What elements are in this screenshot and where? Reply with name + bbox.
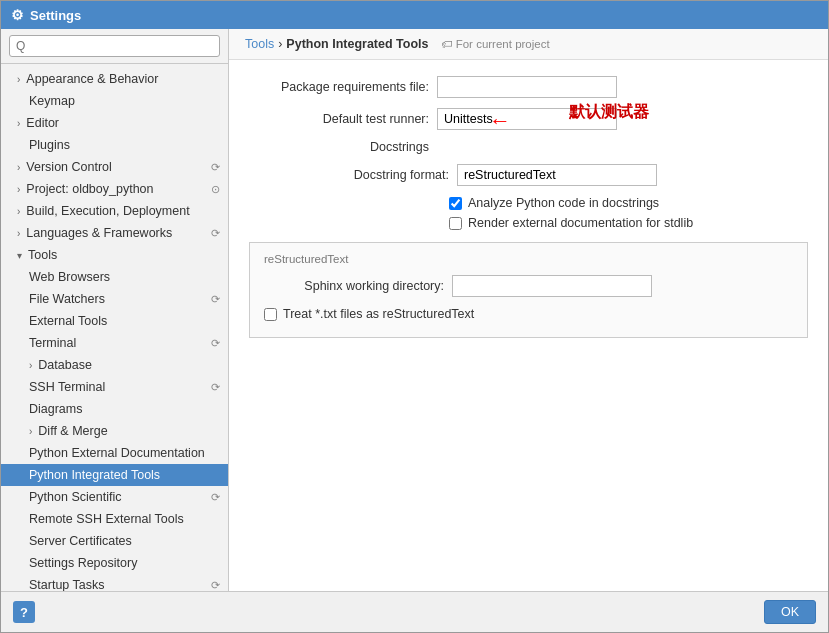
sidebar-item-label: Plugins [29,138,70,152]
startup-icon: ⟳ [211,579,220,592]
default-test-runner-row: Default test runner: 默认测试器 ← [249,108,808,130]
ok-button[interactable]: OK [764,600,816,624]
sidebar-item-label: Keymap [29,94,75,108]
footer-left: ? [13,601,35,623]
sidebar-item-build[interactable]: › Build, Execution, Deployment [1,200,228,222]
sidebar-item-database[interactable]: › Database [1,354,228,376]
default-test-runner-input[interactable] [437,108,617,130]
sidebar-item-server-certs[interactable]: Server Certificates [1,530,228,552]
content-area: Package requirements file: Default test … [229,60,828,591]
sidebar-item-startup-tasks[interactable]: Startup Tasks ⟳ [1,574,228,591]
sidebar-item-appearance[interactable]: › Appearance & Behavior [1,68,228,90]
docstring-format-row: Docstring format: [249,164,808,186]
sidebar-item-label: Server Certificates [29,534,132,548]
sidebar-item-label: Build, Execution, Deployment [26,204,189,218]
sidebar-item-label: Python External Documentation [29,446,205,460]
main-area: › Appearance & Behavior Keymap › Editor … [1,29,828,591]
sidebar-item-project[interactable]: › Project: oldboy_python ⊙ [1,178,228,200]
analyze-checkbox-row: Analyze Python code in docstrings [249,196,808,210]
terminal-icon: ⟳ [211,337,220,350]
sidebar-item-label: Diagrams [29,402,83,416]
subsection-title: reStructuredText [264,253,793,265]
sidebar-item-label: Web Browsers [29,270,110,284]
sidebar-item-settings-repo[interactable]: Settings Repository [1,552,228,574]
ssh-icon: ⟳ [211,381,220,394]
arrow-icon: › [17,206,20,217]
footer: ? OK [1,591,828,632]
lang-icon: ⟳ [211,227,220,240]
sphinx-input[interactable] [452,275,652,297]
search-input[interactable] [9,35,220,57]
render-label[interactable]: Render external documentation for stdlib [468,216,693,230]
window-icon: ⚙ [11,7,24,23]
sidebar-item-keymap[interactable]: Keymap [1,90,228,112]
arrow-icon: › [17,228,20,239]
sidebar-item-python-ext-doc[interactable]: Python External Documentation [1,442,228,464]
sidebar-item-file-watchers[interactable]: File Watchers ⟳ [1,288,228,310]
sidebar-item-external-tools[interactable]: External Tools [1,310,228,332]
docstring-format-label: Docstring format: [309,168,449,182]
render-checkbox-row: Render external documentation for stdlib [249,216,808,230]
left-panel: › Appearance & Behavior Keymap › Editor … [1,29,229,591]
arrow-icon: › [17,118,20,129]
sidebar-item-label: Tools [28,248,57,262]
sidebar-item-label: External Tools [29,314,107,328]
sidebar-item-remote-ssh[interactable]: Remote SSH External Tools [1,508,228,530]
arrow-icon: › [29,360,32,371]
sidebar-item-plugins[interactable]: Plugins [1,134,228,156]
search-box [1,29,228,64]
sidebar-item-label: Project: oldboy_python [26,182,153,196]
sidebar-item-ssh-terminal[interactable]: SSH Terminal ⟳ [1,376,228,398]
window-title: Settings [30,8,81,23]
package-req-input[interactable] [437,76,617,98]
sidebar-item-label: Python Integrated Tools [29,468,160,482]
sidebar-item-python-scientific[interactable]: Python Scientific ⟳ [1,486,228,508]
sidebar-item-diff-merge[interactable]: › Diff & Merge [1,420,228,442]
sidebar-item-label: Startup Tasks [29,578,105,591]
breadcrumb-tools[interactable]: Tools [245,37,274,51]
docstrings-label: Docstrings [249,140,429,154]
sidebar-item-languages[interactable]: › Languages & Frameworks ⟳ [1,222,228,244]
breadcrumb-current: Python Integrated Tools [286,37,428,51]
treat-txt-label[interactable]: Treat *.txt files as reStructuredText [283,307,474,321]
breadcrumb-separator: › [278,37,282,51]
docstring-format-input[interactable] [457,164,657,186]
sidebar-item-web-browsers[interactable]: Web Browsers [1,266,228,288]
sphinx-row: Sphinx working directory: [264,275,793,297]
sidebar-item-label: Python Scientific [29,490,121,504]
sidebar-item-label: Languages & Frameworks [26,226,172,240]
breadcrumb: Tools › Python Integrated Tools 🏷 For cu… [229,29,828,60]
sidebar-item-label: File Watchers [29,292,105,306]
sidebar-item-label: Editor [26,116,59,130]
treat-txt-checkbox[interactable] [264,308,277,321]
package-req-row: Package requirements file: [249,76,808,98]
analyze-label[interactable]: Analyze Python code in docstrings [468,196,659,210]
restructured-text-section: reStructuredText Sphinx working director… [249,242,808,338]
sidebar-item-terminal[interactable]: Terminal ⟳ [1,332,228,354]
sidebar-item-label: Appearance & Behavior [26,72,158,86]
sidebar-item-diagrams[interactable]: Diagrams [1,398,228,420]
analyze-checkbox[interactable] [449,197,462,210]
arrow-icon: › [29,426,32,437]
right-panel: Tools › Python Integrated Tools 🏷 For cu… [229,29,828,591]
sidebar-item-label: Diff & Merge [38,424,107,438]
docstrings-row: Docstrings [249,140,808,154]
project-icon: ⊙ [211,183,220,196]
file-icon: ⟳ [211,293,220,306]
sync-icon: ⟳ [211,161,220,174]
help-button[interactable]: ? [13,601,35,623]
sidebar-item-editor[interactable]: › Editor [1,112,228,134]
sidebar-item-python-integrated-tools[interactable]: Python Integrated Tools [1,464,228,486]
arrow-icon: › [17,162,20,173]
package-req-label: Package requirements file: [249,80,429,94]
settings-window: ⚙ Settings › Appearance & Behavior Keyma… [0,0,829,633]
sidebar-item-label: SSH Terminal [29,380,105,394]
nav-tree: › Appearance & Behavior Keymap › Editor … [1,64,228,591]
sidebar-item-version-control[interactable]: › Version Control ⟳ [1,156,228,178]
footer-right: OK [764,600,816,624]
breadcrumb-note: 🏷 For current project [441,38,550,50]
sidebar-item-label: Version Control [26,160,111,174]
sidebar-item-tools[interactable]: ▾ Tools [1,244,228,266]
render-checkbox[interactable] [449,217,462,230]
arrow-icon: › [17,184,20,195]
